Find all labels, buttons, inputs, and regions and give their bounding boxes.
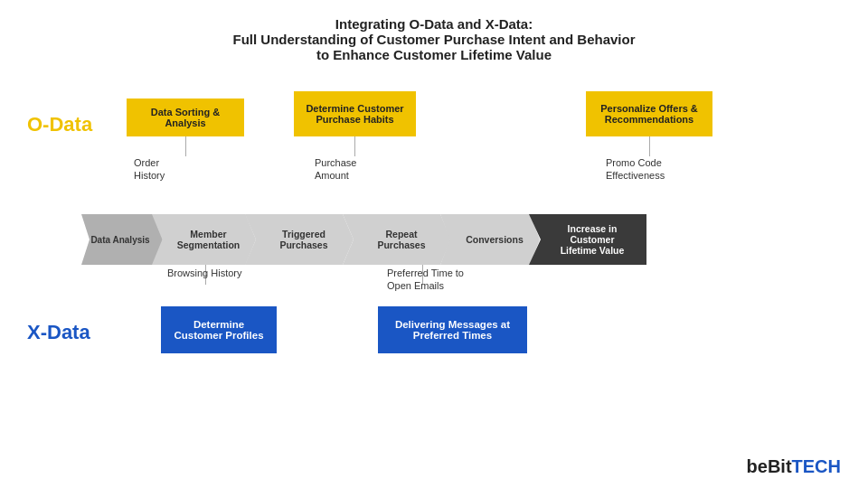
title-line1: Integrating O-Data and X-Data: (27, 16, 841, 32)
info-browsing-history: Browsing History (167, 267, 242, 279)
info-promo-code: Promo Code Effectiveness (606, 156, 665, 183)
info-order-history: Order History (134, 156, 165, 183)
step-conversions: Conversions (440, 214, 540, 265)
yellow-box-personalize: Personalize Offers & Recommendations (586, 91, 712, 136)
logo: beBitTECH (747, 456, 841, 477)
xdata-label: X-Data (27, 321, 90, 344)
blue-box-delivering-messages: Delivering Messages at Preferred Times (378, 306, 527, 353)
connector-data-sorting (185, 136, 186, 156)
step-data-analysis: Data Analysis (81, 214, 163, 265)
logo-prefix: beBit (747, 456, 792, 476)
step-repeat-purchases: Repeat Purchases (343, 214, 451, 265)
step-member-segmentation: Member Segmentation (152, 214, 256, 265)
title-line3: to Enhance Customer Lifetime Value (27, 47, 841, 62)
title-section: Integrating O-Data and X-Data: Full Unde… (27, 16, 841, 62)
yellow-box-data-sorting: Data Sorting & Analysis (127, 99, 244, 136)
step-triggered-purchases: Triggered Purchases (245, 214, 354, 265)
yellow-box-purchase-habits: Determine Customer Purchase Habits (294, 91, 416, 136)
flow-row: Data Analysis Member Segmentation Trigge… (81, 214, 646, 265)
page: Integrating O-Data and X-Data: Full Unde… (0, 0, 868, 488)
info-preferred-time: Preferred Time to Open Emails (387, 267, 464, 293)
info-purchase-amount: Purchase Amount (315, 156, 356, 183)
blue-box-determine-profiles: Determine Customer Profiles (161, 306, 277, 353)
diagram: O-Data X-Data Data Sorting & Analysis De… (27, 79, 841, 431)
logo-suffix: TECH (792, 456, 841, 476)
odata-label: O-Data (27, 113, 92, 136)
step-increase-clv: Increase in Customer Lifetime Value (529, 214, 646, 265)
title-line2: Full Understanding of Customer Purchase … (27, 32, 841, 47)
connector-personalize (649, 136, 650, 156)
connector-purchase-habits (354, 136, 355, 156)
